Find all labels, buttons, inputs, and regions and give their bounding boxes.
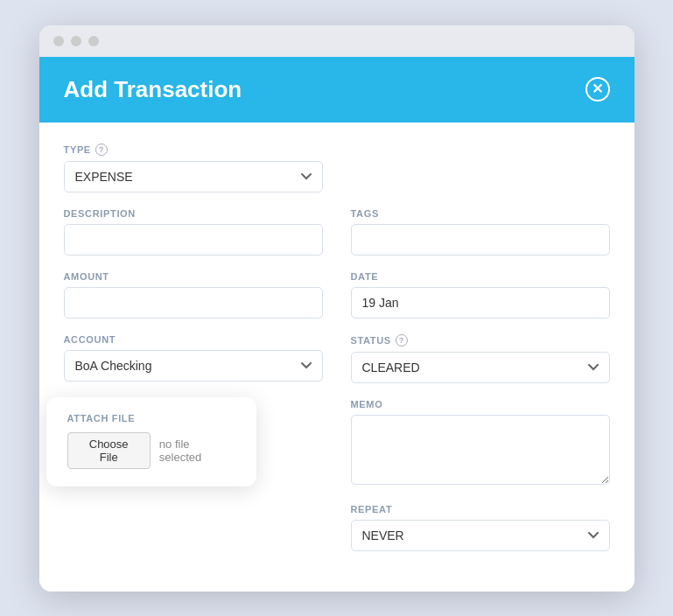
description-field-group: DESCRIPTION bbox=[64, 208, 323, 256]
date-label: DATE bbox=[351, 271, 610, 282]
type-label: TYPE ? bbox=[64, 144, 323, 156]
browser-dot-2 bbox=[71, 36, 81, 46]
memo-field-group: MEMO bbox=[351, 399, 610, 488]
browser-window: Add Transaction ✕ TYPE ? EXPENSE INCOME … bbox=[39, 25, 634, 592]
type-field-group: TYPE ? EXPENSE INCOME TRANSFER bbox=[64, 144, 323, 192]
date-field-group: DATE bbox=[351, 271, 610, 318]
status-field-group: STATUS ? CLEARED UNCLEARED RECONCILED bbox=[351, 334, 610, 383]
browser-dot-3 bbox=[88, 36, 99, 46]
attach-file-row: Choose File no file selected bbox=[67, 432, 235, 469]
date-input[interactable] bbox=[351, 287, 610, 318]
tags-field-group: TAGS bbox=[351, 208, 610, 256]
type-select[interactable]: EXPENSE INCOME TRANSFER bbox=[64, 161, 323, 192]
attach-file-card: ATTACH FILE Choose File no file selected bbox=[46, 397, 256, 486]
amount-label: AMOUNT bbox=[64, 271, 323, 282]
choose-file-button[interactable]: Choose File bbox=[67, 432, 151, 469]
description-input[interactable] bbox=[64, 224, 323, 256]
type-row-spacer bbox=[351, 144, 610, 208]
modal-header: Add Transaction ✕ bbox=[39, 57, 634, 122]
close-button[interactable]: ✕ bbox=[585, 77, 610, 102]
account-field-group: ACCOUNT BoA Checking Savings Cash bbox=[64, 334, 323, 383]
type-help-icon[interactable]: ? bbox=[95, 144, 108, 156]
status-label: STATUS ? bbox=[351, 334, 610, 346]
modal-body: TYPE ? EXPENSE INCOME TRANSFER DESCRIPTI… bbox=[39, 122, 634, 592]
status-help-icon[interactable]: ? bbox=[396, 334, 408, 346]
modal-title: Add Transaction bbox=[64, 76, 242, 103]
amount-input[interactable] bbox=[64, 287, 323, 318]
account-label: ACCOUNT bbox=[64, 334, 323, 345]
tags-input[interactable] bbox=[351, 224, 610, 256]
no-file-text: no file selected bbox=[159, 438, 235, 464]
form-section: TYPE ? EXPENSE INCOME TRANSFER DESCRIPTI… bbox=[64, 144, 610, 567]
status-select[interactable]: CLEARED UNCLEARED RECONCILED bbox=[351, 352, 610, 383]
tags-label: TAGS bbox=[351, 208, 610, 219]
attach-file-label: ATTACH FILE bbox=[67, 413, 235, 424]
repeat-field-group: REPEAT NEVER DAILY WEEKLY MONTHLY YEARLY bbox=[351, 504, 610, 551]
memo-textarea[interactable] bbox=[351, 415, 610, 485]
description-label: DESCRIPTION bbox=[64, 208, 323, 219]
amount-field-group: AMOUNT bbox=[64, 271, 323, 318]
account-select[interactable]: BoA Checking Savings Cash bbox=[64, 350, 323, 382]
repeat-left-spacer bbox=[64, 504, 323, 567]
memo-label: MEMO bbox=[351, 399, 610, 410]
browser-dot-1 bbox=[53, 36, 64, 46]
attach-area: ATTACH FILE Choose File no file selected bbox=[64, 399, 323, 504]
modal-container: Add Transaction ✕ TYPE ? EXPENSE INCOME … bbox=[39, 57, 634, 592]
repeat-select[interactable]: NEVER DAILY WEEKLY MONTHLY YEARLY bbox=[351, 520, 610, 551]
repeat-label: REPEAT bbox=[351, 504, 610, 514]
browser-toolbar bbox=[39, 25, 634, 57]
